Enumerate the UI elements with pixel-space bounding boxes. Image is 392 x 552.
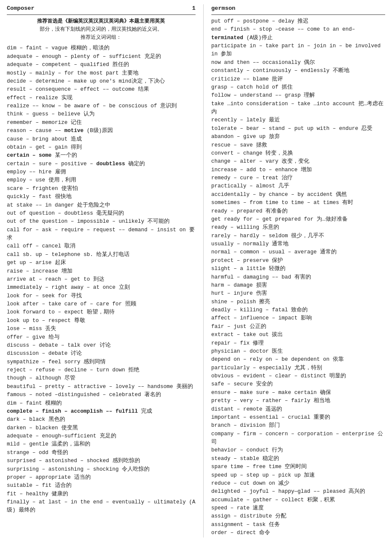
list-item: criticize –– blame 批评 — [211, 75, 385, 83]
list-item: assignment – task 任务 — [211, 521, 385, 529]
list-item: depend on – rely on – be dependent on 依靠 — [211, 356, 385, 364]
right-header: germson — [211, 4, 385, 15]
list-item: participate in – take part in – join in … — [211, 42, 385, 59]
list-item: decide – determine – make up one's mind决… — [7, 78, 196, 86]
list-item: cause – bring about 造成 — [7, 135, 196, 144]
list-item: beautiful – pretty – attractive – lovely… — [7, 383, 196, 391]
intro-line2: 部分，没有下划线的同义词的，用汉英找她的近义词。 — [7, 26, 196, 34]
list-item: effect – realize 实现 — [7, 94, 196, 102]
list-item: usually – normally 通常地 — [211, 240, 385, 248]
list-item: proper – appropriate 适当的 — [7, 474, 196, 482]
right-entries: put off – postpone – delay 推迟end – finis… — [211, 17, 385, 538]
list-item: harm – damage 损害 — [211, 282, 385, 290]
list-item: adequate – enough – plenty of – sufficie… — [7, 53, 196, 61]
list-item: lose – miss 丢失 — [7, 325, 196, 333]
list-item: normal – common – usual – average 通常的 — [211, 248, 385, 256]
list-item: protect – preserve 保护 — [211, 257, 385, 265]
list-item: ready – prepared 有准备的 — [211, 207, 385, 216]
list-item: famous – noted –distinguished – celebrat… — [7, 391, 196, 399]
list-item: spare time – free time 空闲时间 — [211, 463, 385, 471]
right-column: germson put off – postpone – delay 推迟end… — [204, 4, 385, 538]
list-item: strange – odd 奇怪的 — [7, 449, 196, 457]
list-item: adequate – competent – qualified 胜任的 — [7, 61, 196, 69]
list-item: raise – increase 增加 — [7, 267, 196, 276]
list-item: order – direct 命令 — [211, 529, 385, 537]
list-item: put off – postpone – delay 推迟 — [211, 17, 385, 26]
page-number: 1 — [192, 4, 196, 13]
list-item: arrive at – reach – get to 到达 — [7, 276, 196, 284]
list-item: look after – take care of – care for 照顾 — [7, 300, 196, 308]
list-item: accidentally – by chance – by accident 偶… — [211, 191, 385, 199]
left-header: Composer 1 — [7, 4, 196, 15]
list-item: get ready for – get prepared for 为…做好准备 — [211, 216, 385, 224]
list-item: offer – give 给与 — [7, 334, 196, 342]
list-item: dim – faint 模糊的 — [7, 400, 196, 408]
list-item: recently – lately 最近 — [211, 116, 385, 124]
list-item: fair – just 公正的 — [211, 323, 385, 331]
left-title: Composer — [7, 4, 35, 13]
list-item: change – alter – vary 改变，变化 — [211, 158, 385, 166]
list-item: rarely – hardly – seldom 很少，几乎不 — [211, 232, 385, 240]
list-item: certain – some 某一个的 — [7, 152, 196, 160]
list-item: though – although 尽管 — [7, 374, 196, 382]
list-item: dim – faint – vague 模糊的，暗淡的 — [7, 44, 196, 52]
list-item: deadly – killing – fatal 致命的 — [211, 306, 385, 314]
list-item: adequate – enough–sufficient 充足的 — [7, 432, 196, 440]
list-item: important – essential – crucial 重要的 — [211, 414, 385, 422]
list-item: pretty – very – rather – fairly 相当地 — [211, 397, 385, 405]
list-item: convert – change 转变，兑换 — [211, 150, 385, 158]
list-item: scare – frighten 使害怕 — [7, 185, 196, 193]
page-container: Composer 1 推荐首选是《新编英汉英汉英汉英词典》本题主要用英英 部分，… — [7, 4, 385, 538]
intro-line3: 推荐近义词词组： — [7, 34, 196, 42]
list-item: obtain – get – gain 得到 — [7, 144, 196, 152]
list-item: reject – refuse – decline – turn down 拒绝 — [7, 366, 196, 374]
list-item: abandon – give up 放弃 — [211, 133, 385, 141]
list-item: surprised – astonished – shocked 感到吃惊的 — [7, 457, 196, 465]
list-item: look for – seek for 寻找 — [7, 292, 196, 300]
list-item: certain – sure – positive – doubtless 确定… — [7, 160, 196, 168]
list-item: ensure – make sure – make certain 确保 — [211, 389, 385, 397]
list-item: sometimes – from time to time – at times… — [211, 199, 385, 207]
list-item: reason – cause –– motive (B级)原因 — [7, 127, 196, 135]
list-item: increase – add to – enhance 增加 — [211, 166, 385, 174]
list-item: end – finish – stop –cease –– come to an… — [211, 26, 385, 42]
list-item: get up – arise 起床 — [7, 259, 196, 267]
list-item: accumulate – gather – collect 积聚，积累 — [211, 496, 385, 504]
list-item: out of question – doubtless 毫无疑问的 — [7, 210, 196, 218]
list-item: slight – a little 轻微的 — [211, 265, 385, 273]
list-item: physician – doctor 医生 — [211, 348, 385, 356]
list-item: discussion – debate 讨论 — [7, 350, 196, 358]
list-item: obvious – evident – clear – distinct 明显的 — [211, 372, 385, 380]
list-item: call sb. up – telephone sb. 给某人打电话 — [7, 251, 196, 259]
list-item: darken – blacken 使变黑 — [7, 424, 196, 432]
list-item: grasp – catch hold of 抓住 — [211, 83, 385, 92]
list-item: now and then –– occasionally 偶尔 — [211, 59, 385, 67]
list-item: out of the question – impossible – unlik… — [7, 218, 196, 226]
list-item: look forward to – expect 盼望，期待 — [7, 308, 196, 316]
list-item: company – firm – concern – corporation –… — [211, 430, 385, 447]
list-item: ready – willing 乐意的 — [211, 224, 385, 232]
intro-block: 推荐首选是《新编英汉英汉英汉英词典》本题主要用英英 部分，没有下划线的同义词的，… — [7, 17, 196, 42]
list-item: dark – black 黑色的 — [7, 416, 196, 424]
list-item: assign – distribute 分配 — [211, 512, 385, 520]
list-item: surprising – astonishing – shocking 令人吃惊… — [7, 466, 196, 474]
list-item: call for – ask – require – request –– de… — [7, 226, 196, 243]
list-item: distant – remote 遥远的 — [211, 405, 385, 414]
list-item: mild – gentle 温柔的，温和的 — [7, 440, 196, 448]
list-item: practically – almost 几乎 — [211, 182, 385, 190]
list-item: hurt – injure 伤害 — [211, 290, 385, 298]
list-item: steady – stable 稳定的 — [211, 455, 385, 463]
list-item: remedy – cure – treat 治疗 — [211, 174, 385, 182]
list-item: look up to – respect 尊敬 — [7, 317, 196, 325]
list-item: suitable – fit 适合的 — [7, 482, 196, 490]
list-item: affect – influence – impact 影响 — [211, 314, 385, 322]
list-item: employ –– hire 雇佣 — [7, 168, 196, 176]
list-item: tolerate – bear – stand – put up with – … — [211, 125, 385, 133]
list-item: shine – polish 擦亮 — [211, 298, 385, 306]
list-item: reduce – cut down on 减少 — [211, 480, 385, 488]
list-item: sympathize – feel sorry 感到同情 — [7, 358, 196, 366]
list-item: quickly – fast 很快地 — [7, 193, 196, 201]
list-item: take …into consideration – take …into ac… — [211, 100, 385, 117]
list-item: call off – cancel 取消 — [7, 242, 196, 250]
list-item: harmful – damaging –– bad 有害的 — [211, 273, 385, 282]
